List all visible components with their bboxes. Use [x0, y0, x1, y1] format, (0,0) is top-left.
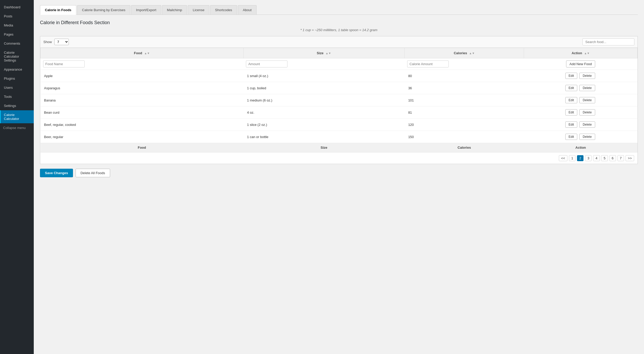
- footer-calories: Calories: [405, 143, 524, 152]
- main-content: Calorie in Foods Calorie Burning by Exer…: [34, 0, 644, 354]
- food-name: Bean curd: [41, 106, 244, 119]
- food-actions: Edit Delete: [524, 131, 638, 143]
- edit-button[interactable]: Edit: [565, 97, 578, 103]
- delete-button[interactable]: Delete: [579, 97, 595, 103]
- food-calories: 120: [405, 119, 524, 131]
- sort-food-icon: ▲▼: [144, 52, 150, 55]
- table-footer-row: Food Size Calories Action: [41, 143, 638, 152]
- delete-button[interactable]: Delete: [579, 73, 595, 79]
- col-action[interactable]: Action ▲▼: [524, 48, 638, 58]
- footer-food: Food: [41, 143, 244, 152]
- bottom-actions: Save Changes Delete All Foods: [40, 169, 638, 177]
- sort-calories-icon: ▲▼: [469, 52, 475, 55]
- delete-button[interactable]: Delete: [579, 121, 595, 128]
- food-size: 1 small (4 oz.): [243, 70, 405, 82]
- food-calories: 36: [405, 82, 524, 94]
- sidebar-item-users[interactable]: Users: [0, 83, 34, 92]
- show-entries-group: Show 7 10 25 50 100: [43, 39, 69, 45]
- tab-about[interactable]: About: [238, 5, 257, 15]
- tab-calorie-in-foods[interactable]: Calorie in Foods: [40, 5, 76, 15]
- food-name-cell: [41, 58, 244, 70]
- food-size: 4 oz.: [243, 106, 405, 119]
- page-7[interactable]: 7: [618, 155, 624, 161]
- sidebar-item-pages[interactable]: Pages: [0, 30, 34, 39]
- delete-all-foods-button[interactable]: Delete All Foods: [76, 169, 110, 177]
- table-row: Asparagus 1 cup, boiled 36 Edit Delete: [41, 82, 638, 94]
- tab-import-export[interactable]: Import/Export: [131, 5, 161, 15]
- footer-action: Action: [524, 143, 638, 152]
- collapse-menu[interactable]: Collapse menu: [0, 123, 34, 132]
- food-size: 1 medium (6 oz.): [243, 94, 405, 106]
- page-4[interactable]: 4: [593, 155, 600, 161]
- section-title: Calorie in Different Foods Section: [40, 20, 638, 25]
- add-food-action-cell: Add New Food: [524, 58, 638, 70]
- page-last[interactable]: >>: [626, 155, 634, 161]
- sidebar-item-calorie-calculator[interactable]: Calorie Calculator: [0, 110, 34, 123]
- food-name: Banana: [41, 94, 244, 106]
- edit-button[interactable]: Edit: [565, 134, 578, 140]
- calorie-amount-cell: [405, 58, 524, 70]
- sort-size-icon: ▲▼: [325, 52, 331, 55]
- page-5[interactable]: 5: [601, 155, 608, 161]
- food-calories: 80: [405, 70, 524, 82]
- table-header-row: Food ▲▼ Size ▲▼ Calories ▲▼ Action ▲▼: [41, 48, 638, 58]
- table-row: Beer, regular 1 can or bottle 150 Edit D…: [41, 131, 638, 143]
- add-food-row: Add New Food: [41, 58, 638, 70]
- edit-button[interactable]: Edit: [565, 73, 578, 79]
- page-3[interactable]: 3: [585, 155, 592, 161]
- sidebar-item-settings[interactable]: Settings: [0, 101, 34, 110]
- page-6[interactable]: 6: [609, 155, 616, 161]
- table-toolbar: Show 7 10 25 50 100: [40, 36, 638, 48]
- col-food[interactable]: Food ▲▼: [41, 48, 244, 58]
- amount-input[interactable]: [246, 60, 287, 67]
- delete-button[interactable]: Delete: [579, 109, 595, 115]
- food-name: Beer, regular: [41, 131, 244, 143]
- sidebar-item-dashboard[interactable]: Dashboard: [0, 3, 34, 12]
- sidebar: Dashboard Posts Media Pages Comments Cal…: [0, 0, 34, 354]
- show-label: Show: [43, 40, 52, 44]
- food-calories: 81: [405, 106, 524, 119]
- sidebar-item-appearance[interactable]: Appearance: [0, 65, 34, 74]
- sidebar-item-media[interactable]: Media: [0, 21, 34, 30]
- food-size: 1 cup, boiled: [243, 82, 405, 94]
- table-row: Beef, regular, cooked 1 slice (2 oz.) 12…: [41, 119, 638, 131]
- food-actions: Edit Delete: [524, 82, 638, 94]
- food-name-input[interactable]: [43, 60, 85, 67]
- search-input[interactable]: [582, 38, 634, 45]
- table-row: Bean curd 4 oz. 81 Edit Delete: [41, 106, 638, 119]
- page-2[interactable]: 2: [577, 155, 583, 161]
- tab-bar: Calorie in Foods Calorie Burning by Exer…: [40, 5, 638, 15]
- edit-button[interactable]: Edit: [565, 85, 578, 91]
- food-actions: Edit Delete: [524, 106, 638, 119]
- food-size: 1 slice (2 oz.): [243, 119, 405, 131]
- show-select[interactable]: 7 10 25 50 100: [54, 39, 69, 45]
- page-first[interactable]: <<: [559, 155, 567, 161]
- col-size[interactable]: Size ▲▼: [243, 48, 405, 58]
- sidebar-item-plugins[interactable]: Plugins: [0, 74, 34, 83]
- food-name: Apple: [41, 70, 244, 82]
- food-size: 1 can or bottle: [243, 131, 405, 143]
- tab-shortcodes[interactable]: Shortcodes: [210, 5, 237, 15]
- tab-license[interactable]: License: [188, 5, 209, 15]
- col-calories[interactable]: Calories ▲▼: [405, 48, 524, 58]
- tab-calorie-burning[interactable]: Calorie Burning by Exercises: [77, 5, 130, 15]
- sidebar-item-calorie-settings[interactable]: Calorie Calculator Settings: [0, 48, 34, 65]
- page-prev[interactable]: 1: [569, 155, 575, 161]
- table-row: Banana 1 medium (6 oz.) 101 Edit Delete: [41, 94, 638, 106]
- calorie-amount-input[interactable]: [407, 60, 449, 67]
- delete-button[interactable]: Delete: [579, 85, 595, 91]
- sidebar-item-tools[interactable]: Tools: [0, 92, 34, 101]
- edit-button[interactable]: Edit: [565, 121, 578, 128]
- tab-mailchimp[interactable]: Mailchimp: [162, 5, 187, 15]
- food-table: Food ▲▼ Size ▲▼ Calories ▲▼ Action ▲▼: [40, 48, 638, 152]
- edit-button[interactable]: Edit: [565, 109, 578, 115]
- table-row: Apple 1 small (4 oz.) 80 Edit Delete: [41, 70, 638, 82]
- add-new-food-button[interactable]: Add New Food: [566, 60, 595, 67]
- sidebar-item-posts[interactable]: Posts: [0, 12, 34, 21]
- sidebar-item-comments[interactable]: Comments: [0, 39, 34, 48]
- delete-button[interactable]: Delete: [579, 134, 595, 140]
- save-changes-button[interactable]: Save Changes: [40, 169, 73, 177]
- food-actions: Edit Delete: [524, 70, 638, 82]
- food-actions: Edit Delete: [524, 119, 638, 131]
- food-name: Beef, regular, cooked: [41, 119, 244, 131]
